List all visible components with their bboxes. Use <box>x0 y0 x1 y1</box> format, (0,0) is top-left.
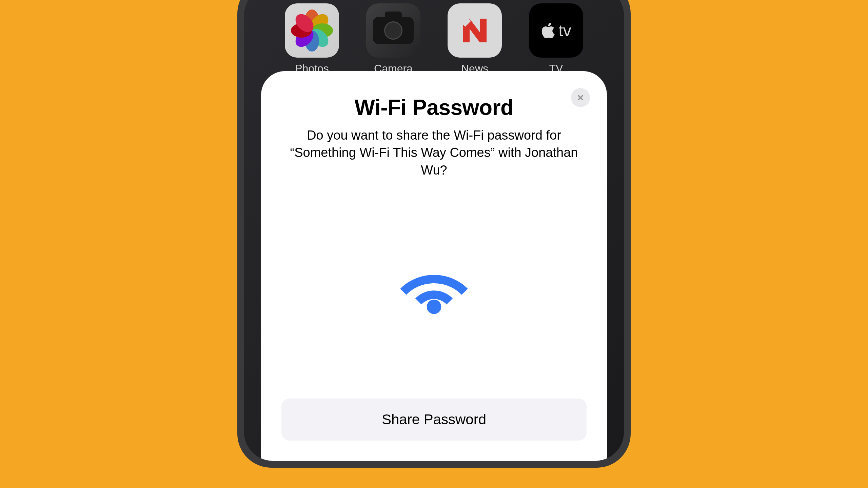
close-button[interactable] <box>571 88 590 107</box>
photos-icon <box>285 3 339 58</box>
wifi-icon-container <box>281 179 587 399</box>
wifi-icon <box>397 262 471 316</box>
close-icon <box>576 94 585 102</box>
app-photos[interactable]: Photos <box>285 3 339 75</box>
modal-body-text: Do you want to share the Wi-Fi password … <box>281 127 587 179</box>
modal-title: Wi-Fi Password <box>281 95 587 120</box>
share-button-label: Share Password <box>382 411 486 427</box>
tv-icon: tv <box>529 3 583 58</box>
share-password-button[interactable]: Share Password <box>281 399 587 441</box>
app-news[interactable]: News <box>448 3 502 75</box>
wifi-share-modal: Wi-Fi Password Do you want to share the … <box>261 71 607 461</box>
phone-screen: Photos Camera <box>244 0 624 461</box>
app-grid: Photos Camera <box>244 0 624 82</box>
app-camera[interactable]: Camera <box>366 3 420 75</box>
camera-icon <box>366 3 420 58</box>
app-tv[interactable]: tv TV <box>529 3 583 75</box>
phone-frame: Photos Camera <box>237 0 631 468</box>
news-icon <box>448 3 502 58</box>
